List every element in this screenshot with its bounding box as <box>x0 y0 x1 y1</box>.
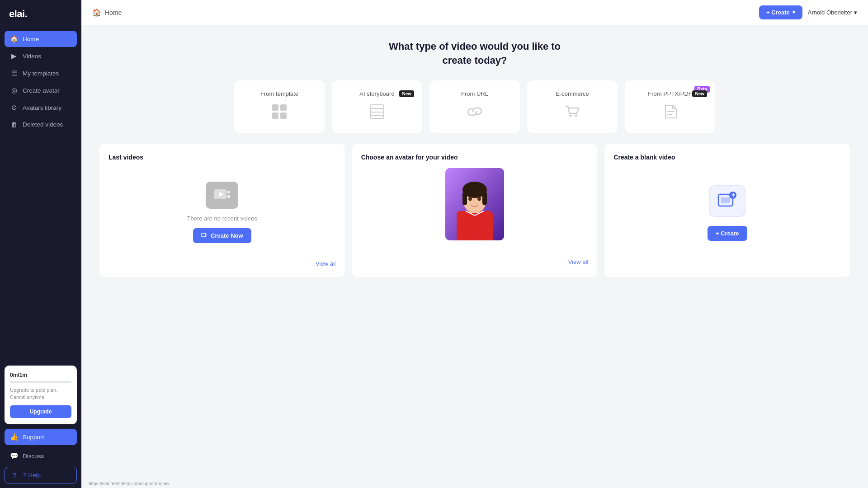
svg-rect-31 <box>721 197 730 203</box>
e-commerce-icon <box>564 103 580 123</box>
svg-marker-17 <box>206 234 207 236</box>
upgrade-card: 0m/1m Upgrade to paid plan. Cancel anyti… <box>5 366 77 424</box>
video-type-from-pptx[interactable]: Beta New From PPTX/PDF <box>625 80 715 133</box>
sidebar-item-videos[interactable]: ▶ Videos <box>5 48 77 64</box>
upgrade-text: Upgrade to paid plan. Cancel anytime. <box>10 387 71 401</box>
sidebar-item-my-templates-label: My templates <box>23 70 59 77</box>
empty-text: There are no recent videos <box>187 215 257 222</box>
sidebar-nav: 🏠 Home ▶ Videos ☰ My templates ◎ Create … <box>0 27 81 361</box>
templates-icon: ☰ <box>10 69 18 77</box>
avatar-svg <box>445 168 504 240</box>
sidebar-item-help-label: ? Help <box>23 472 41 479</box>
sidebar-item-home[interactable]: 🏠 Home <box>5 31 77 47</box>
blank-video-svg: ✦ <box>717 192 738 211</box>
svg-rect-14 <box>227 191 230 193</box>
sidebar-item-deleted-videos[interactable]: 🗑 Deleted videos <box>5 117 77 132</box>
svg-rect-3 <box>280 113 287 119</box>
svg-rect-24 <box>462 192 467 205</box>
sidebar-item-create-avatar-label: Create avatar <box>23 87 60 94</box>
from-url-label: From URL <box>461 90 488 97</box>
upgrade-button[interactable]: Upgrade <box>10 405 71 418</box>
sidebar-item-discuss[interactable]: 💬 Discuss <box>5 448 77 464</box>
sidebar-item-videos-label: Videos <box>23 53 41 60</box>
video-type-row: From template New AI storyboard <box>99 80 850 133</box>
breadcrumb-label: Home <box>105 9 122 16</box>
trash-icon: 🗑 <box>10 121 18 128</box>
svg-point-26 <box>468 197 472 201</box>
discuss-icon: 💬 <box>10 452 18 460</box>
ai-storyboard-icon <box>369 103 385 123</box>
blank-video-inner: ✦ + Create <box>613 168 841 259</box>
user-name[interactable]: Arnold Oberleiter ▾ <box>808 9 857 16</box>
pptx-badge-row: Beta New <box>694 86 712 93</box>
create-blank-button[interactable]: + Create <box>708 226 747 241</box>
sidebar-item-discuss-label: Discuss <box>23 453 44 460</box>
sidebar-item-help[interactable]: ? ? Help <box>5 467 77 483</box>
statusbar-url: https://elai.freshdesk.com/support/home <box>89 481 169 486</box>
avatars-library-icon: ⊙ <box>10 103 18 112</box>
blank-video-card: Create a blank video ✦ + Create <box>604 144 850 277</box>
video-type-from-url[interactable]: From URL <box>429 80 520 133</box>
app-logo: elai. <box>0 0 81 27</box>
upgrade-bar <box>10 381 71 383</box>
sidebar: elai. 🏠 Home ▶ Videos ☰ My templates ◎ C… <box>0 0 81 488</box>
from-url-icon <box>467 103 483 123</box>
video-type-e-commerce[interactable]: E-commerce <box>527 80 618 133</box>
e-commerce-label: E-commerce <box>556 90 589 97</box>
from-template-label: From template <box>260 90 298 97</box>
svg-rect-25 <box>482 192 487 205</box>
svg-point-27 <box>477 197 481 201</box>
svg-rect-16 <box>202 233 206 237</box>
last-videos-view-all[interactable]: View all <box>316 260 336 267</box>
avatar-section-card: Choose an avatar for your video <box>352 144 598 277</box>
home-icon: 🏠 <box>10 35 18 43</box>
main-content: What type of video would you like to cre… <box>81 25 868 479</box>
from-template-icon <box>271 103 288 123</box>
video-type-from-template[interactable]: From template <box>234 80 325 133</box>
last-videos-title: Last videos <box>108 154 336 161</box>
from-pptx-label: From PPTX/PDF <box>648 90 692 97</box>
video-type-ai-storyboard[interactable]: New AI storyboard <box>332 80 422 133</box>
help-icon: ? <box>10 471 19 479</box>
create-now-icon <box>201 232 208 239</box>
ai-storyboard-new-badge: New <box>399 90 414 97</box>
last-videos-footer: View all <box>108 253 336 267</box>
from-pptx-icon <box>662 103 678 123</box>
blank-video-icon: ✦ <box>709 185 745 217</box>
svg-point-8 <box>570 114 572 117</box>
page-title: What type of video would you like to cre… <box>99 40 850 68</box>
videos-icon: ▶ <box>10 52 18 60</box>
usage-label: 0m/1m <box>10 372 71 378</box>
statusbar: https://elai.freshdesk.com/support/home <box>81 479 868 488</box>
sidebar-item-my-templates[interactable]: ☰ My templates <box>5 65 77 81</box>
avatar-footer: View all <box>361 251 589 265</box>
user-chevron: ▾ <box>854 9 857 16</box>
sidebar-item-avatars-library-label: Avatars library <box>23 104 61 111</box>
sidebar-item-create-avatar[interactable]: ◎ Create avatar <box>5 82 77 99</box>
sidebar-item-support[interactable]: 👍 Support <box>5 429 77 445</box>
avatar-section-title: Choose an avatar for your video <box>361 154 589 161</box>
sidebar-item-support-label: Support <box>23 434 44 441</box>
create-button-chevron: ▾ <box>793 9 795 15</box>
topbar: 🏠 Home + Create ▾ Arnold Oberleiter ▾ <box>81 0 868 25</box>
empty-state: There are no recent videos Create Now <box>108 168 336 248</box>
avatar-image[interactable] <box>445 168 504 240</box>
sidebar-item-avatars-library[interactable]: ⊙ Avatars library <box>5 99 77 116</box>
breadcrumb: 🏠 Home <box>92 8 122 17</box>
create-now-button[interactable]: Create Now <box>193 228 251 243</box>
sidebar-item-deleted-videos-label: Deleted videos <box>23 121 63 128</box>
bottom-row: Last videos There are no recent videos <box>99 144 850 277</box>
avatar-section-inner <box>361 168 589 246</box>
support-icon: 👍 <box>10 433 18 441</box>
svg-rect-1 <box>280 104 287 111</box>
blank-video-title: Create a blank video <box>613 154 841 161</box>
breadcrumb-home-icon: 🏠 <box>92 8 101 17</box>
sidebar-bottom: 0m/1m Upgrade to paid plan. Cancel anyti… <box>0 361 81 488</box>
sidebar-item-home-label: Home <box>23 36 39 42</box>
topbar-right: + Create ▾ Arnold Oberleiter ▾ <box>759 5 857 19</box>
svg-rect-2 <box>272 113 278 119</box>
pptx-new-badge: New <box>692 90 707 97</box>
create-button-label: + Create <box>766 9 790 16</box>
avatar-view-all[interactable]: View all <box>568 258 589 265</box>
top-create-button[interactable]: + Create ▾ <box>759 5 802 19</box>
